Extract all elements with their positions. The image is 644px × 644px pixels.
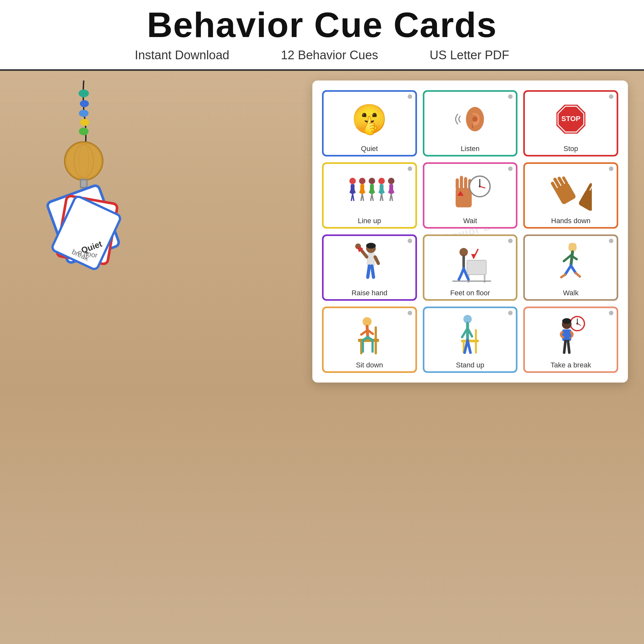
svg-point-3 (80, 119, 89, 126)
card-standup: Stand up (423, 307, 518, 373)
stop-label: Stop (563, 145, 578, 153)
listen-icon (427, 95, 514, 143)
standup-icon (427, 311, 514, 360)
svg-line-47 (382, 194, 383, 201)
handsdown-icon (527, 167, 614, 215)
svg-line-93 (571, 266, 576, 273)
walk-icon (527, 239, 614, 288)
svg-line-95 (576, 273, 580, 277)
card-stop: STOP Stop (523, 90, 618, 156)
subtitle-download: Instant Download (135, 48, 230, 62)
svg-line-41 (372, 194, 373, 201)
svg-rect-10 (81, 180, 86, 187)
svg-point-30 (359, 178, 365, 184)
svg-rect-75 (367, 253, 375, 266)
svg-line-127 (568, 341, 569, 353)
handsdown-label: Hands down (551, 217, 591, 225)
svg-point-96 (569, 243, 576, 247)
svg-point-24 (349, 178, 356, 184)
card-panel: behavior Best 🤫 Quiet Listen (312, 81, 628, 383)
standup-label: Stand up (456, 361, 484, 369)
svg-point-48 (388, 178, 394, 184)
svg-line-35 (362, 194, 364, 201)
feetfloor-label: Feet on floor (450, 289, 490, 297)
svg-line-79 (368, 266, 369, 277)
walk-label: Walk (563, 289, 579, 297)
svg-rect-54 (456, 188, 472, 207)
card-lineup: Line up (322, 162, 417, 229)
svg-point-36 (369, 178, 375, 184)
svg-line-92 (565, 266, 571, 275)
svg-point-20 (472, 117, 478, 122)
card-takebreak: Take a break (523, 307, 618, 373)
svg-line-80 (372, 266, 374, 277)
svg-point-77 (355, 243, 361, 249)
svg-point-74 (366, 243, 376, 249)
feetfloor-icon (427, 239, 514, 288)
svg-point-4 (79, 128, 89, 135)
svg-rect-55 (456, 178, 459, 190)
keychain-decoration: 🤫 Quiet Quiet break n floor (19, 77, 155, 322)
subtitle-format: US Letter PDF (430, 48, 509, 62)
svg-rect-56 (460, 176, 463, 190)
svg-point-2 (79, 110, 89, 117)
wait-label: Wait (463, 217, 477, 225)
svg-point-1 (80, 100, 89, 107)
page-title: Behavior Cue Cards (147, 7, 497, 43)
svg-point-6 (66, 143, 101, 179)
raisehand-icon (326, 239, 413, 288)
raisehand-label: Raise hand (352, 289, 387, 297)
svg-line-29 (353, 194, 354, 201)
takebreak-label: Take a break (551, 361, 591, 369)
svg-point-42 (378, 178, 385, 184)
header-bar: Behavior Cue Cards Instant Download 12 B… (0, 0, 644, 71)
card-raisehand: Raise hand (322, 234, 417, 301)
quiet-icon: 🤫 (326, 95, 413, 143)
svg-line-89 (571, 252, 573, 266)
svg-line-94 (561, 275, 565, 277)
wait-icon (427, 167, 514, 215)
quiet-label: Quiet (361, 145, 378, 153)
lineup-icon (326, 167, 413, 215)
svg-rect-57 (464, 177, 467, 190)
svg-line-53 (391, 194, 393, 201)
stop-icon: STOP (527, 95, 614, 143)
svg-point-124 (562, 318, 571, 324)
card-handsdown: Hands down (523, 162, 618, 229)
lineup-label: Line up (358, 217, 381, 225)
svg-line-126 (564, 341, 565, 353)
card-walk: Walk (523, 234, 618, 301)
card-feetfloor: Feet on floor (423, 234, 518, 301)
svg-point-0 (79, 90, 89, 97)
card-wait: Wait (423, 162, 518, 229)
svg-rect-68 (578, 189, 592, 211)
header-subtitle-row: Instant Download 12 Behavior Cues US Let… (135, 48, 509, 62)
card-quiet: 🤫 Quiet (322, 90, 417, 156)
svg-line-78 (375, 257, 378, 263)
card-sitdown: Sit down (322, 307, 417, 373)
svg-line-90 (564, 255, 571, 261)
listen-label: Listen (461, 145, 480, 153)
takebreak-icon (527, 311, 614, 360)
svg-rect-81 (467, 260, 486, 275)
card-grid: 🤫 Quiet Listen (322, 90, 618, 373)
subtitle-cues: 12 Behavior Cues (281, 48, 378, 62)
svg-text:STOP: STOP (561, 115, 581, 123)
card-listen: Listen (423, 90, 518, 156)
sitdown-icon (326, 311, 413, 360)
sitdown-label: Sit down (356, 361, 383, 369)
